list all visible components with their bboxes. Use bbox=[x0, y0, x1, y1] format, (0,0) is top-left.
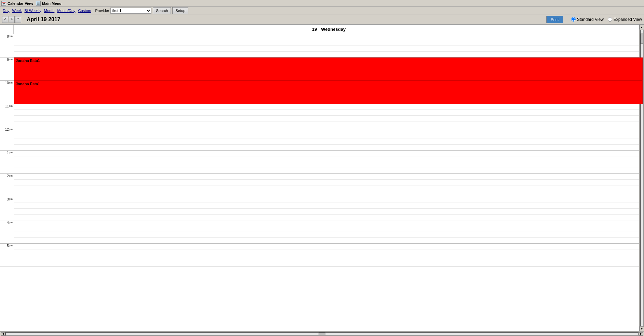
next-button[interactable]: > bbox=[9, 16, 15, 23]
time-cell bbox=[14, 180, 644, 185]
time-cell bbox=[14, 151, 644, 156]
time-gutter-header bbox=[0, 25, 14, 34]
time-cell bbox=[14, 145, 644, 151]
time-cell bbox=[14, 156, 644, 162]
custom-button[interactable]: Custom bbox=[77, 8, 93, 13]
hour-label-1: 1pm bbox=[0, 151, 14, 174]
current-date: April 19 2017 bbox=[27, 16, 61, 23]
hour-label-4: 4pm bbox=[0, 220, 14, 244]
view-options: Standard View Expanded View bbox=[571, 17, 642, 22]
menu-icon: ☰ bbox=[36, 1, 41, 6]
hour-label-3: 3pm bbox=[0, 197, 14, 220]
expanded-view-label: Expanded View bbox=[614, 17, 642, 22]
time-cell bbox=[14, 127, 644, 133]
time-cell bbox=[14, 34, 644, 40]
month-button[interactable]: Month bbox=[43, 8, 56, 13]
print-button[interactable]: Print bbox=[546, 16, 563, 23]
title-bar: 📅 Calendar View ☰ Main Menu bbox=[0, 0, 644, 7]
day-column: Jonaha Esta1Jonaha Esta1 bbox=[14, 34, 644, 267]
hour-label-10: 10am bbox=[0, 81, 14, 104]
time-cell bbox=[14, 249, 644, 255]
biweekly-button[interactable]: Bi-Weekly bbox=[23, 8, 42, 13]
expanded-view-radio[interactable] bbox=[608, 17, 612, 22]
provider-label: Provider bbox=[95, 9, 109, 13]
day-button[interactable]: Day bbox=[1, 8, 11, 13]
time-cell bbox=[14, 121, 644, 127]
time-cell bbox=[14, 174, 644, 180]
monthday-button[interactable]: Month/Day bbox=[56, 8, 77, 13]
standard-view-option[interactable]: Standard View bbox=[571, 17, 604, 22]
time-cell bbox=[14, 116, 644, 121]
prev-button[interactable]: < bbox=[2, 16, 8, 23]
right-scroll-thumb[interactable] bbox=[641, 34, 643, 44]
time-cell bbox=[14, 133, 644, 139]
scroll-thumb[interactable] bbox=[319, 333, 325, 335]
time-cell bbox=[14, 139, 644, 145]
time-cell bbox=[14, 220, 644, 226]
time-cell bbox=[14, 226, 644, 232]
time-cell bbox=[14, 203, 644, 209]
day-number: 19 bbox=[312, 27, 317, 32]
scroll-up-arrow[interactable]: ▲ bbox=[640, 25, 644, 29]
hour-label-2: 2pm bbox=[0, 174, 14, 197]
scroll-down-arrow[interactable]: ▼ bbox=[640, 326, 644, 331]
time-cell bbox=[14, 185, 644, 191]
standard-view-label: Standard View bbox=[577, 17, 604, 22]
time-cell bbox=[14, 215, 644, 220]
calendar-view-tab[interactable]: 📅 Calendar View bbox=[1, 1, 33, 6]
scroll-track[interactable] bbox=[5, 332, 639, 336]
bottom-scrollbar: ◀ ▶ bbox=[0, 331, 644, 336]
calendar-container: 19 Wednesday 8am9am10am11am12pm1pm2pm3pm… bbox=[0, 25, 644, 336]
main-menu-label: Main Menu bbox=[42, 1, 62, 5]
day-name: Wednesday bbox=[321, 27, 346, 32]
hour-label-5: 5pm bbox=[0, 244, 14, 267]
scroll-left-arrow[interactable]: ◀ bbox=[1, 332, 5, 336]
time-cell bbox=[14, 209, 644, 215]
event-block[interactable]: Jonaha Esta1 bbox=[14, 57, 643, 81]
day-col-header: 19 Wednesday bbox=[14, 25, 644, 34]
time-cell bbox=[14, 40, 644, 46]
scroll-right-arrow[interactable]: ▶ bbox=[639, 332, 643, 336]
time-grid-scroll[interactable]: 8am9am10am11am12pm1pm2pm3pm4pm5pm Jonaha… bbox=[0, 34, 644, 331]
time-gutter: 8am9am10am11am12pm1pm2pm3pm4pm5pm bbox=[0, 34, 14, 267]
nav-bar: Day Week Bi-Weekly Month Month/Day Custo… bbox=[0, 7, 644, 14]
calendar-icon: 📅 bbox=[1, 1, 6, 6]
hour-label-12: 12pm bbox=[0, 127, 14, 151]
event-block[interactable]: Jonaha Esta1 bbox=[14, 81, 643, 104]
calendar-view-label: Calendar View bbox=[8, 1, 33, 5]
date-bar: < > ^ April 19 2017 Print Standard View … bbox=[0, 14, 644, 25]
time-grid: 8am9am10am11am12pm1pm2pm3pm4pm5pm Jonaha… bbox=[0, 34, 644, 267]
time-cell bbox=[14, 46, 644, 52]
time-cell bbox=[14, 255, 644, 261]
hour-label-9: 9am bbox=[0, 57, 14, 81]
search-button[interactable]: Search bbox=[153, 7, 171, 14]
provider-select[interactable]: first 1 bbox=[110, 8, 151, 14]
home-button[interactable]: ^ bbox=[15, 16, 21, 23]
time-cell bbox=[14, 244, 644, 249]
time-cell bbox=[14, 104, 644, 110]
time-cell bbox=[14, 162, 644, 168]
day-header: 19 Wednesday bbox=[0, 25, 644, 34]
time-cell bbox=[14, 261, 644, 267]
time-cell bbox=[14, 191, 644, 197]
time-cell bbox=[14, 232, 644, 238]
nav-arrows: < > ^ bbox=[2, 16, 21, 23]
time-cell bbox=[14, 197, 644, 203]
setup-button[interactable]: Setup bbox=[172, 7, 188, 14]
time-cell bbox=[14, 110, 644, 116]
time-cell bbox=[14, 238, 644, 244]
time-cell bbox=[14, 168, 644, 174]
week-button[interactable]: Week bbox=[11, 8, 23, 13]
main-menu-tab[interactable]: ☰ Main Menu bbox=[36, 1, 62, 6]
standard-view-radio[interactable] bbox=[571, 17, 576, 22]
expanded-view-option[interactable]: Expanded View bbox=[608, 17, 642, 22]
hour-label-8: 8am bbox=[0, 34, 14, 57]
time-cell bbox=[14, 52, 644, 57]
hour-label-11: 11am bbox=[0, 104, 14, 127]
